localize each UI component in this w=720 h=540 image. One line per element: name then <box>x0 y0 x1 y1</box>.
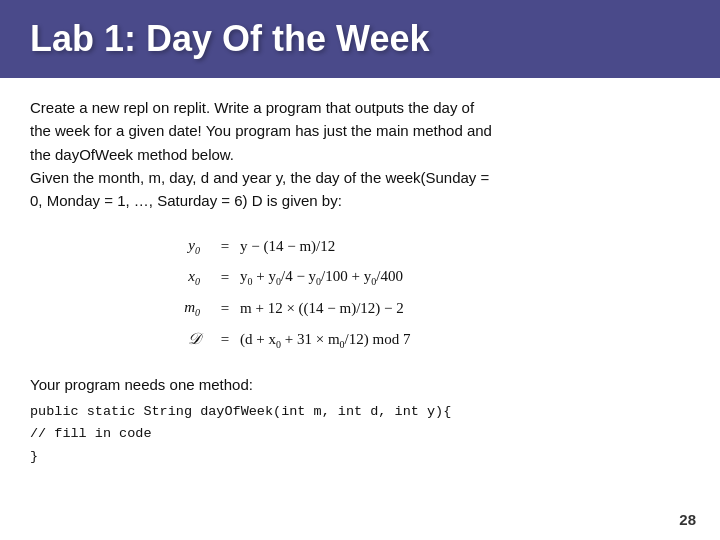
description-block: Create a new repl on replit. Write a pro… <box>30 96 690 212</box>
desc-line5: 0, Monday = 1, …, Saturday = 6) D is giv… <box>30 192 342 209</box>
formula-lhs-D: 𝒟 <box>150 323 210 355</box>
method-intro: Your program needs one method: <box>30 373 690 396</box>
slide-title: Lab 1: Day Of the Week <box>30 18 690 60</box>
code-line-1: public static String dayOfWeek(int m, in… <box>30 401 690 424</box>
formula-lhs-m0: m0 <box>150 292 210 323</box>
formula-row-m0: m0 = m + 12 × ((14 − m)/12) − 2 <box>150 292 570 323</box>
formulas-block: y0 = y − (14 − m)/12 x0 = y0 + y0/4 − y0… <box>150 230 570 355</box>
code-line-3: } <box>30 446 690 469</box>
formula-eq-x0: = <box>210 262 240 292</box>
formula-eq-m0: = <box>210 293 240 323</box>
code-line-2: // fill in code <box>30 423 690 446</box>
desc-line1: Create a new repl on replit. Write a pro… <box>30 99 474 116</box>
formula-row-D: 𝒟 = (d + x0 + 31 × m0/12) mod 7 <box>150 323 570 355</box>
slide-header: Lab 1: Day Of the Week <box>0 0 720 78</box>
formula-row-x0: x0 = y0 + y0/4 − y0/100 + y0/400 <box>150 261 570 292</box>
page-number: 28 <box>679 511 696 528</box>
formula-eq-D: = <box>210 324 240 354</box>
formula-rhs-m0: m + 12 × ((14 − m)/12) − 2 <box>240 293 570 323</box>
formula-rhs-D: (d + x0 + 31 × m0/12) mod 7 <box>240 324 570 355</box>
formula-rhs-x0: y0 + y0/4 − y0/100 + y0/400 <box>240 261 570 292</box>
formula-row-y0: y0 = y − (14 − m)/12 <box>150 230 570 261</box>
desc-line3: the dayOfWeek method below. <box>30 146 234 163</box>
formula-lhs-x0: x0 <box>150 261 210 292</box>
desc-line2: the week for a given date! You program h… <box>30 122 492 139</box>
code-block: public static String dayOfWeek(int m, in… <box>30 401 690 470</box>
slide-content: Create a new repl on replit. Write a pro… <box>0 96 720 469</box>
formula-rhs-y0: y − (14 − m)/12 <box>240 231 570 261</box>
desc-line4: Given the month, m, day, d and year y, t… <box>30 169 489 186</box>
formula-eq-y0: = <box>210 231 240 261</box>
formula-lhs-y0: y0 <box>150 230 210 261</box>
